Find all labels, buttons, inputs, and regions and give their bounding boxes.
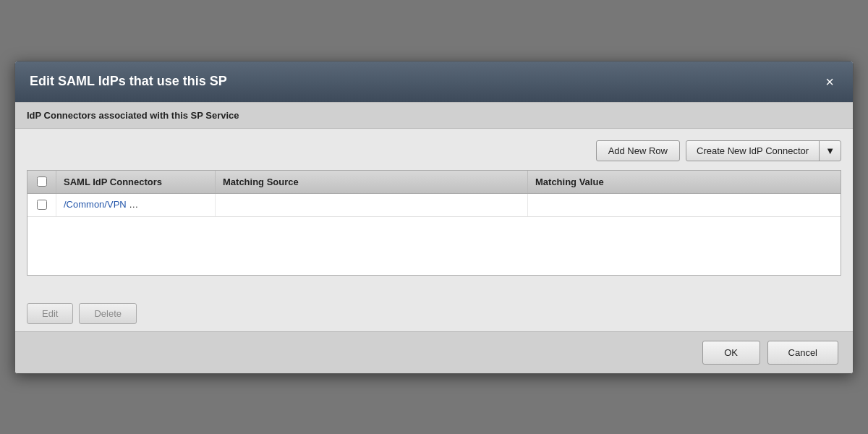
create-connector-label: Create New IdP Connector [686,141,820,161]
table-header: SAML IdP Connectors Matching Source Matc… [27,171,841,194]
delete-button[interactable]: Delete [79,303,137,324]
close-button[interactable]: × [821,73,838,90]
action-buttons: Edit Delete [15,296,853,331]
content-area: Add New Row Create New IdP Connector ▼ S… [15,129,853,296]
create-new-idp-connector-button[interactable]: Create New IdP Connector ▼ [686,140,841,161]
section-header: IdP Connectors associated with this SP S… [15,102,853,129]
table: SAML IdP Connectors Matching Source Matc… [27,170,841,276]
table-row: /Common/VPN … [27,194,841,217]
column-header-connectors: SAML IdP Connectors [56,171,216,193]
dialog: Edit SAML IdPs that use this SP × IdP Co… [14,61,854,374]
connector-link-suffix: … [127,199,139,210]
cancel-button[interactable]: Cancel [767,341,838,365]
dialog-title: Edit SAML IdPs that use this SP [30,74,227,89]
row-checkbox[interactable] [37,200,47,210]
edit-button[interactable]: Edit [27,303,73,324]
column-header-source: Matching Source [216,171,528,193]
toolbar: Add New Row Create New IdP Connector ▼ [27,140,841,161]
column-header-value: Matching Value [528,171,841,193]
connector-link[interactable]: /Common/VPN [64,199,127,210]
row-cell-value [528,194,841,216]
select-all-checkbox[interactable] [37,176,47,187]
dialog-body: IdP Connectors associated with this SP S… [15,102,853,331]
dialog-overlay: Edit SAML IdPs that use this SP × IdP Co… [0,0,868,434]
row-cell-connector: /Common/VPN … [56,194,216,216]
row-checkbox-cell [27,194,56,216]
header-checkbox-cell [27,171,56,193]
row-cell-source [216,194,528,216]
table-empty-area [27,217,841,275]
dialog-footer: OK Cancel [15,331,853,373]
add-new-row-button[interactable]: Add New Row [596,140,680,161]
create-connector-arrow-icon: ▼ [820,141,841,161]
ok-button[interactable]: OK [702,341,760,365]
dialog-header: Edit SAML IdPs that use this SP × [15,61,853,102]
